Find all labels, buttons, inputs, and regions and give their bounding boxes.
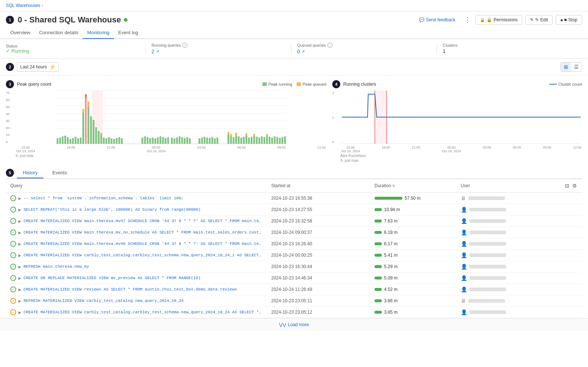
svg-rect-75 [243, 137, 245, 144]
duration-sort[interactable]: Duration ⇅ [374, 183, 395, 188]
legend-running-label: Peak running [268, 82, 292, 86]
tab-connection[interactable]: Connection details [35, 27, 83, 39]
svg-rect-62 [209, 138, 211, 144]
left-x-labels: 15:00 Oct 23, 2024 18:00 21:00 00:00 Oct… [15, 146, 326, 153]
query-text[interactable]: CREATE MATERIALIZED VIEW main.theresa.mv… [24, 219, 262, 223]
right-chart-timestamp: ↻ just now [340, 158, 582, 163]
more-options-button[interactable]: ⋮ [463, 14, 472, 25]
svg-rect-30 [100, 133, 102, 135]
stat-queued-value: 0 ↗ [297, 49, 431, 54]
expand-arrow[interactable]: ▶ [18, 242, 21, 246]
load-more-button[interactable]: ⋁⋁ Load more [0, 318, 588, 331]
svg-rect-9 [57, 138, 58, 144]
queued-info-icon[interactable]: i [327, 43, 333, 48]
user-name [469, 231, 506, 234]
query-text[interactable]: REFRESH main.theresa.new_my [24, 264, 89, 269]
svg-rect-70 [233, 137, 234, 144]
table-row: ✓ ▶ SELECT REPEAT('this is a large blob'… [6, 204, 582, 215]
stop-button[interactable]: ■ Stop [556, 15, 582, 25]
svg-rect-60 [204, 137, 205, 144]
time-range-select[interactable]: Last 24 hours ⚡ [17, 62, 59, 72]
query-text[interactable]: CREATE MATERIALIZED VIEW carbly_test_cat… [24, 310, 262, 314]
history-section: 5 History Events [0, 167, 588, 179]
lock-icon: 🔒 [487, 17, 492, 22]
td-user: 👤 [456, 227, 560, 238]
running-info-icon[interactable]: i [182, 43, 187, 48]
stat-running: Running queries i 2 ↗ [146, 43, 291, 54]
query-text[interactable]: SELECT REPEAT('this is a large blob', 10… [24, 207, 201, 212]
expand-arrow[interactable]: ▶ [18, 265, 21, 269]
duration-value: 3.86 m [384, 298, 398, 303]
td-query: ✓ ▶ CREATE MATERIALIZED VIEW main.theres… [6, 227, 267, 238]
svg-rect-50 [171, 138, 173, 144]
stat-queued-label: Queued queries i [297, 43, 431, 48]
breadcrumb-link[interactable]: SQL Warehouses [6, 3, 40, 8]
list-view-button[interactable]: ☰ [571, 63, 582, 71]
page-header: 1 0 - Shared SQL Warehouse 💬 Send feedba… [0, 11, 588, 27]
feedback-icon: 💬 [419, 17, 424, 22]
table-row: ✓ ▶ REFRESH MATERIALIZED VIEW carbly_tes… [6, 295, 582, 307]
legend-queued-label: Peak queued [302, 82, 326, 86]
svg-rect-64 [214, 138, 216, 144]
expand-arrow[interactable]: ▶ [18, 253, 21, 257]
svg-rect-86 [266, 136, 268, 144]
svg-rect-11 [62, 136, 64, 144]
tab-monitoring[interactable]: Monitoring [83, 27, 114, 39]
svg-rect-65 [216, 138, 218, 144]
query-text[interactable]: CREATE MATERIALIZED VIEW main.theresa.mv… [24, 230, 262, 235]
history-tab-events[interactable]: Events [46, 167, 73, 178]
query-tbody: ✓ ▶ -- select * from `system`.`informati… [6, 193, 582, 318]
settings-button[interactable]: ⚙ [571, 182, 578, 189]
send-feedback-button[interactable]: 💬 Send feedback [415, 15, 460, 24]
status-icon: ✓ [10, 298, 16, 304]
expand-arrow[interactable]: ▶ [18, 299, 21, 303]
filter-button[interactable]: ⊟ [564, 182, 570, 189]
svg-rect-22 [85, 94, 87, 98]
svg-rect-44 [154, 138, 156, 144]
svg-rect-51 [173, 138, 175, 144]
query-text[interactable]: CREATE MATERIALIZED VIEW reviews AS SELE… [24, 287, 237, 292]
history-tab-history[interactable]: History [17, 167, 43, 178]
expand-arrow[interactable]: ▶ [18, 288, 21, 292]
expand-arrow[interactable]: ▶ [18, 276, 21, 280]
svg-rect-17 [77, 138, 79, 144]
query-text[interactable]: CREATE MATERIALIZED VIEW carbly_test_cat… [24, 253, 262, 257]
query-text[interactable]: CREATE MATERIALIZED VIEW main.theresa.mv… [24, 242, 262, 246]
edit-button[interactable]: ✎ Edit [525, 15, 553, 25]
grid-view-button[interactable]: ⊞ [561, 63, 571, 71]
expand-arrow[interactable]: ▶ [18, 231, 21, 235]
td-started: 2024-10-23 23:05:11 [267, 295, 370, 307]
svg-rect-74 [240, 138, 242, 144]
query-text[interactable]: REFRESH MATERIALIZED VIEW carbly_test_ca… [24, 299, 184, 303]
svg-rect-92 [279, 138, 281, 144]
tab-overview[interactable]: Overview [6, 27, 35, 39]
permissions-button[interactable]: 🔒 Permissions [475, 15, 522, 25]
duration-value: 3.85 m [384, 310, 398, 315]
main-tabs: Overview Connection details Monitoring E… [0, 27, 588, 39]
running-link[interactable]: 2 [151, 49, 154, 54]
y-label-40: 40 [6, 112, 14, 116]
query-text[interactable]: -- select * from `system`.`information_s… [24, 196, 184, 200]
queued-link[interactable]: 0 [297, 49, 300, 54]
svg-rect-53 [179, 136, 180, 144]
svg-rect-15 [72, 138, 74, 144]
svg-rect-63 [211, 137, 213, 144]
expand-arrow[interactable]: ▶ [18, 219, 21, 223]
expand-arrow[interactable]: ▶ [18, 196, 21, 200]
right-chart-user: Alex Kuznetsov [340, 154, 582, 158]
query-text[interactable]: CREATE OR REPLACE MATERIALIZED VIEW mv_p… [24, 276, 201, 280]
expand-arrow[interactable]: ▶ [18, 208, 21, 212]
th-user: User [456, 179, 560, 193]
td-query: ✓ ▶ CREATE MATERIALIZED VIEW carbly_test… [6, 307, 267, 318]
td-started: 2024-10-23 16:30:44 [267, 261, 370, 272]
user-type-icon: 👤 [461, 229, 467, 235]
x-label-1500: 15:00 [16, 146, 35, 149]
svg-rect-45 [157, 137, 159, 144]
legend-cluster: Cluster count [549, 82, 582, 86]
tab-event-log[interactable]: Event log [114, 27, 143, 39]
svg-rect-68 [230, 136, 232, 144]
expand-arrow[interactable]: ▶ [18, 310, 21, 314]
td-query: ✓ ▶ SELECT REPEAT('this is a large blob'… [6, 204, 267, 215]
user-name [469, 288, 506, 291]
status-icon: ✓ [10, 309, 16, 315]
